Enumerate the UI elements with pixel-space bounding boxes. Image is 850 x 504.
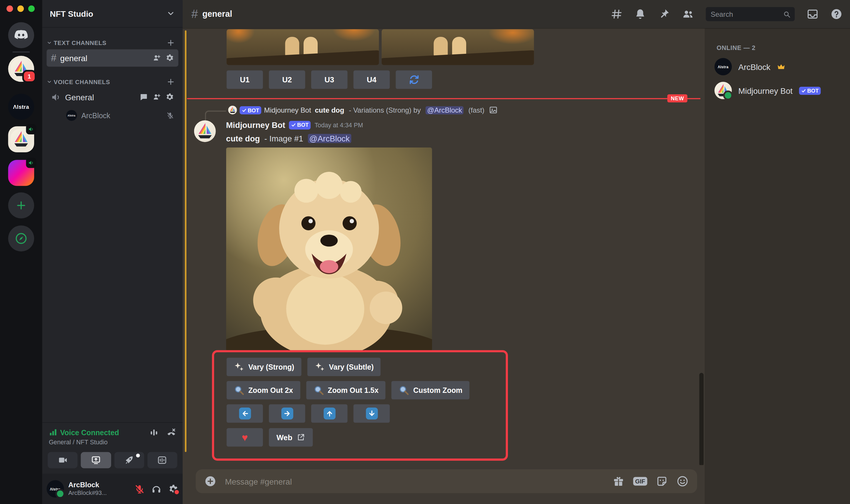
- generated-puppy-image[interactable]: [226, 147, 432, 351]
- server-icon-sailboat[interactable]: 1: [8, 56, 34, 82]
- reply-spine: [205, 111, 226, 122]
- voice-location-link[interactable]: General / NFT Studio: [49, 439, 176, 446]
- create-channel-icon[interactable]: [166, 78, 175, 86]
- attach-plus-icon[interactable]: [204, 475, 216, 487]
- minimize-window-button[interactable]: [17, 5, 24, 12]
- activities-button[interactable]: [114, 452, 144, 468]
- noise-suppression-icon[interactable]: [149, 428, 159, 437]
- member-item-arcblock[interactable]: Λlstra ArcBlock: [709, 55, 846, 78]
- member-name: Midjourney Bot: [738, 86, 792, 95]
- user-tag: ArcBlock#93...: [68, 490, 107, 496]
- message-list: U1 U2 U3 U4 NEW: [183, 28, 705, 465]
- voice-member-arcblock[interactable]: Λlstra ArcBlock: [62, 108, 178, 123]
- reply-mention[interactable]: @ArcBlock: [426, 106, 464, 114]
- upscale-u1-button[interactable]: U1: [227, 71, 263, 89]
- rail-separator: [12, 52, 30, 53]
- message-author-avatar[interactable]: [194, 120, 216, 142]
- edit-channel-gear-icon[interactable]: [165, 54, 174, 62]
- deafen-headphones-button[interactable]: [151, 484, 161, 494]
- server-icon-sailboat-active[interactable]: [8, 126, 34, 152]
- search-icon: [783, 10, 791, 18]
- member-item-midjourney-bot[interactable]: Midjourney Bot BOT: [709, 79, 846, 102]
- reply-prompt: cute dog: [315, 106, 344, 114]
- discord-home-button[interactable]: [8, 22, 34, 48]
- message-header: Midjourney Bot BOT Today at 4:34 PM: [226, 120, 363, 129]
- soundboard-button[interactable]: [147, 452, 177, 468]
- server-header[interactable]: NFT Studio: [42, 0, 183, 28]
- threads-icon[interactable]: [610, 8, 622, 20]
- voice-activity-badge: [26, 158, 36, 168]
- grid-image-left[interactable]: [227, 30, 379, 65]
- reply-context[interactable]: BOT Midjourney Bot cute dog - Variations…: [228, 106, 498, 114]
- search-input[interactable]: [710, 10, 780, 19]
- zoom-button-row: Zoom Out 2x Zoom Out 1.5x Custom Zoom: [227, 381, 469, 400]
- notifications-bell-icon[interactable]: [634, 8, 646, 20]
- vary-subtle-button[interactable]: Vary (Subtle): [307, 358, 381, 376]
- pan-down-button[interactable]: [354, 404, 390, 423]
- voice-channel-item-general[interactable]: General: [47, 88, 179, 106]
- zoom-window-button[interactable]: [28, 5, 35, 12]
- pan-left-button[interactable]: [227, 404, 263, 423]
- author-name[interactable]: Midjourney Bot: [226, 120, 285, 129]
- emoji-picker-icon[interactable]: [676, 475, 689, 487]
- message-input-box[interactable]: GIF: [196, 469, 697, 493]
- voice-channels-section[interactable]: VOICE CHANNELS: [42, 76, 183, 87]
- server-icon-alstra[interactable]: Λlstra: [8, 94, 34, 120]
- gift-icon[interactable]: [612, 475, 625, 487]
- mute-mic-button[interactable]: [134, 484, 145, 494]
- user-settings-button[interactable]: [168, 484, 178, 494]
- help-icon[interactable]: [831, 8, 843, 20]
- edit-channel-gear-icon[interactable]: [165, 93, 174, 101]
- grid-image-right[interactable]: [382, 30, 534, 65]
- create-channel-icon[interactable]: [166, 38, 175, 47]
- user-names[interactable]: ArcBlock ArcBlock#93...: [68, 481, 107, 496]
- voice-member-name: ArcBlock: [81, 111, 110, 120]
- message-mention[interactable]: @ArcBlock: [308, 134, 351, 143]
- explore-servers-button[interactable]: [8, 226, 34, 251]
- pan-up-button[interactable]: [311, 404, 347, 423]
- inbox-icon[interactable]: [807, 8, 819, 20]
- message-rest: - Image #1: [262, 134, 306, 143]
- pan-right-button[interactable]: [269, 404, 305, 423]
- channel-item-general[interactable]: # general: [47, 49, 179, 67]
- upscale-u3-button[interactable]: U3: [311, 71, 347, 89]
- reroll-button[interactable]: [396, 71, 432, 89]
- chat-scrollbar[interactable]: [700, 373, 704, 465]
- chevron-down-icon: [47, 40, 52, 45]
- open-web-button[interactable]: Web: [269, 428, 313, 447]
- upscale-u2-button[interactable]: U2: [269, 71, 305, 89]
- upscale-u4-button[interactable]: U4: [354, 71, 390, 89]
- create-invite-icon[interactable]: [152, 93, 161, 101]
- upscale-button-row: U1 U2 U3 U4: [227, 71, 432, 89]
- autumn-leaves-decor: [227, 30, 255, 43]
- close-window-button[interactable]: [6, 5, 13, 12]
- camera-button[interactable]: [48, 452, 78, 468]
- autumn-leaves-decor: [332, 30, 376, 41]
- disconnect-call-icon[interactable]: [166, 428, 176, 437]
- new-messages-divider: NEW: [187, 98, 700, 100]
- channel-sidebar: NFT Studio TEXT CHANNELS # general VOICE…: [42, 0, 183, 504]
- voice-action-buttons: [42, 450, 183, 474]
- zoom-out-15x-button[interactable]: Zoom Out 1.5x: [306, 381, 385, 400]
- favorite-button[interactable]: ♥: [227, 428, 263, 447]
- speaker-icon: [28, 160, 34, 166]
- screen-share-button[interactable]: [81, 452, 111, 468]
- text-channels-section[interactable]: TEXT CHANNELS: [42, 37, 183, 48]
- zoom-out-2x-button[interactable]: Zoom Out 2x: [227, 381, 300, 400]
- custom-zoom-button[interactable]: Custom Zoom: [392, 381, 469, 400]
- vary-strong-button[interactable]: Vary (Strong): [227, 358, 301, 376]
- open-chat-icon[interactable]: [140, 93, 148, 101]
- chevron-down-icon: [47, 79, 52, 84]
- message-input[interactable]: [224, 476, 605, 486]
- user-avatar[interactable]: Λlstra: [47, 480, 64, 498]
- server-icon-gradient[interactable]: [8, 160, 34, 186]
- create-invite-icon[interactable]: [152, 54, 161, 62]
- add-server-button[interactable]: [8, 192, 34, 218]
- sticker-icon[interactable]: [656, 475, 668, 487]
- message-input-area: GIF: [183, 465, 705, 504]
- pinned-messages-icon[interactable]: [658, 8, 670, 20]
- arrow-up-icon: [323, 408, 335, 420]
- search-box[interactable]: [706, 7, 795, 21]
- member-list-icon[interactable]: [682, 8, 694, 20]
- gif-picker-button[interactable]: GIF: [633, 477, 647, 485]
